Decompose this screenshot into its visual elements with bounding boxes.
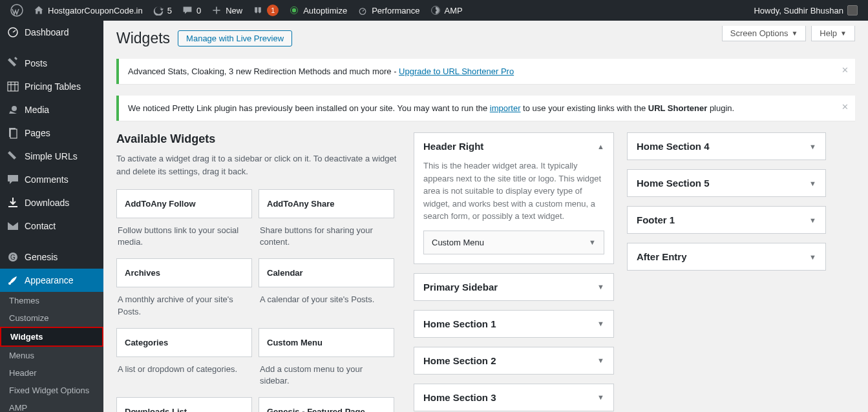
widget-title: Downloads List bbox=[117, 398, 251, 412]
sidebar-item-dashboard[interactable]: Dashboard bbox=[0, 21, 103, 44]
sidebar-item-label: Pages bbox=[25, 128, 50, 138]
updates[interactable]: 5 bbox=[148, 0, 177, 21]
wp-logo[interactable] bbox=[5, 0, 28, 21]
site-name[interactable]: HostgatorCouponCode.in bbox=[28, 0, 148, 21]
admin-sidebar: Dashboard Posts Pricing Tables Media Pag… bbox=[0, 21, 103, 412]
howdy[interactable]: Howdy, Sudhir Bhushan bbox=[748, 0, 863, 21]
chevron-down-icon: ▼ bbox=[597, 393, 604, 401]
svg-text:G: G bbox=[10, 254, 16, 261]
chevron-down-icon: ▼ bbox=[597, 283, 604, 291]
submenu-menus[interactable]: Menus bbox=[0, 347, 103, 364]
sidebar-item-label: Contact bbox=[25, 221, 56, 231]
widget-area-header[interactable]: Header Right▲ bbox=[414, 133, 613, 160]
sidebar-item-label: Comments bbox=[25, 174, 69, 185]
admin-toolbar: HostgatorCouponCode.in 5 0 New 1 Autopti… bbox=[0, 0, 868, 21]
available-widget[interactable]: Downloads List bbox=[116, 397, 252, 412]
notice-url-shortener-pro: Advanced Stats, Cloaking, 3 new Redirect… bbox=[116, 59, 855, 84]
sidebar-item-simple-urls[interactable]: Simple URLs bbox=[0, 145, 103, 168]
submenu-customize[interactable]: Customize bbox=[0, 309, 103, 327]
svg-point-1 bbox=[292, 8, 296, 12]
sidebar-item-genesis[interactable]: GGenesis bbox=[0, 245, 103, 269]
available-widget[interactable]: Custom Menu bbox=[259, 328, 394, 357]
widget-area: Home Section 2▼ bbox=[414, 347, 614, 375]
available-widget[interactable]: AddToAny Share bbox=[259, 189, 394, 218]
sidebar-item-label: Dashboard bbox=[25, 27, 69, 37]
available-widget[interactable]: Genesis - Featured Page bbox=[259, 397, 394, 412]
widget-area-header[interactable]: Home Section 5▼ bbox=[628, 170, 825, 196]
available-widget[interactable]: Calendar bbox=[259, 258, 394, 287]
notice-text: Advanced Stats, Cloaking, 3 new Redirect… bbox=[128, 67, 399, 76]
widget-area: Home Section 4▼ bbox=[627, 132, 826, 160]
sidebar-item-downloads[interactable]: Downloads bbox=[0, 191, 103, 214]
avatar-icon bbox=[847, 5, 858, 15]
sidebar-item-label: Downloads bbox=[25, 198, 69, 208]
performance[interactable]: Performance bbox=[352, 0, 425, 21]
widget-title: Categories bbox=[117, 329, 251, 356]
sidebar-item-label: Genesis bbox=[25, 252, 58, 262]
autoptimize-label: Autoptimize bbox=[303, 6, 347, 15]
chevron-down-icon: ▼ bbox=[597, 320, 604, 327]
manage-live-preview-button[interactable]: Manage with Live Preview bbox=[178, 30, 292, 46]
sidebar-item-media[interactable]: Media bbox=[0, 98, 103, 121]
widget-area: After Entry▼ bbox=[627, 243, 826, 271]
widget-area-header[interactable]: Primary Sidebar▼ bbox=[414, 274, 613, 300]
widget-title: AddToAny Share bbox=[259, 190, 394, 218]
submenu-amp[interactable]: AMP bbox=[0, 399, 103, 412]
widget-title: Custom Menu bbox=[259, 329, 394, 356]
page-title: Widgets bbox=[116, 30, 170, 47]
placed-widget[interactable]: Custom Menu▼ bbox=[423, 231, 604, 254]
main-content: Widgets Manage with Live Preview Advance… bbox=[103, 21, 868, 412]
available-widgets-desc: To activate a widget drag it to a sideba… bbox=[116, 152, 401, 178]
sidebar-item-pages[interactable]: Pages bbox=[0, 121, 103, 145]
available-widget[interactable]: AddToAny Follow bbox=[116, 189, 252, 218]
importer-link[interactable]: importer bbox=[490, 103, 521, 113]
notice-text: plugin. bbox=[707, 103, 734, 113]
dismiss-icon[interactable]: ✕ bbox=[842, 65, 849, 75]
chevron-down-icon: ▼ bbox=[809, 180, 816, 187]
widget-area-title: Home Section 2 bbox=[423, 355, 496, 366]
svg-point-5 bbox=[434, 9, 436, 11]
chevron-up-icon: ▲ bbox=[597, 143, 604, 150]
sidebar-item-pricing-tables[interactable]: Pricing Tables bbox=[0, 75, 103, 98]
sidebar-item-posts[interactable]: Posts bbox=[0, 52, 103, 75]
upgrade-link[interactable]: Upgrade to URL Shortener Pro bbox=[399, 67, 514, 76]
ab-plugin-notification[interactable]: 1 bbox=[248, 0, 284, 21]
widget-area: Primary Sidebar▼ bbox=[414, 273, 614, 301]
submenu-widgets[interactable]: Widgets bbox=[0, 327, 103, 347]
widget-area-header[interactable]: Home Section 1▼ bbox=[414, 311, 613, 337]
widget-area-title: Footer 1 bbox=[637, 214, 675, 225]
widget-area: Home Section 1▼ bbox=[414, 310, 614, 338]
widget-area-header[interactable]: After Entry▼ bbox=[628, 243, 825, 270]
widget-area: Header Right▲This is the header widget a… bbox=[414, 132, 614, 264]
ab-notification-badge: 1 bbox=[267, 5, 279, 16]
sidebar-item-appearance[interactable]: Appearance bbox=[0, 269, 103, 292]
amp-label: AMP bbox=[445, 6, 463, 15]
widget-area-header[interactable]: Footer 1▼ bbox=[628, 207, 825, 233]
widget-area-header[interactable]: Home Section 3▼ bbox=[414, 384, 613, 411]
amp[interactable]: AMP bbox=[425, 0, 468, 21]
sidebar-item-comments[interactable]: Comments bbox=[0, 168, 103, 191]
sidebar-item-label: Posts bbox=[25, 58, 47, 68]
placed-widget-title: Custom Menu bbox=[432, 238, 484, 247]
submenu-themes[interactable]: Themes bbox=[0, 292, 103, 309]
available-widget[interactable]: Archives bbox=[116, 258, 252, 287]
new-content[interactable]: New bbox=[206, 0, 248, 21]
dismiss-icon[interactable]: ✕ bbox=[842, 102, 849, 112]
submenu-header[interactable]: Header bbox=[0, 364, 103, 382]
widget-title: Genesis - Featured Page bbox=[259, 398, 394, 412]
howdy-text: Howdy, Sudhir Bhushan bbox=[754, 6, 843, 15]
sidebar-item-contact[interactable]: Contact bbox=[0, 214, 103, 238]
widget-area-title: Home Section 1 bbox=[423, 318, 496, 329]
widget-title: Calendar bbox=[259, 259, 394, 287]
svg-rect-7 bbox=[8, 82, 18, 91]
autoptimize[interactable]: Autoptimize bbox=[284, 0, 352, 21]
comments[interactable]: 0 bbox=[177, 0, 206, 21]
available-widget[interactable]: Categories bbox=[116, 328, 252, 357]
submenu-fixed-widget[interactable]: Fixed Widget Options bbox=[0, 382, 103, 399]
widget-areas-column-2: Home Section 4▼Home Section 5▼Footer 1▼A… bbox=[627, 132, 826, 280]
widget-area-header[interactable]: Home Section 4▼ bbox=[628, 133, 825, 160]
sidebar-item-label: Pricing Tables bbox=[25, 81, 81, 92]
widget-area: Footer 1▼ bbox=[627, 206, 826, 234]
widget-area-title: Home Section 5 bbox=[637, 178, 710, 189]
widget-area-header[interactable]: Home Section 2▼ bbox=[414, 347, 613, 374]
